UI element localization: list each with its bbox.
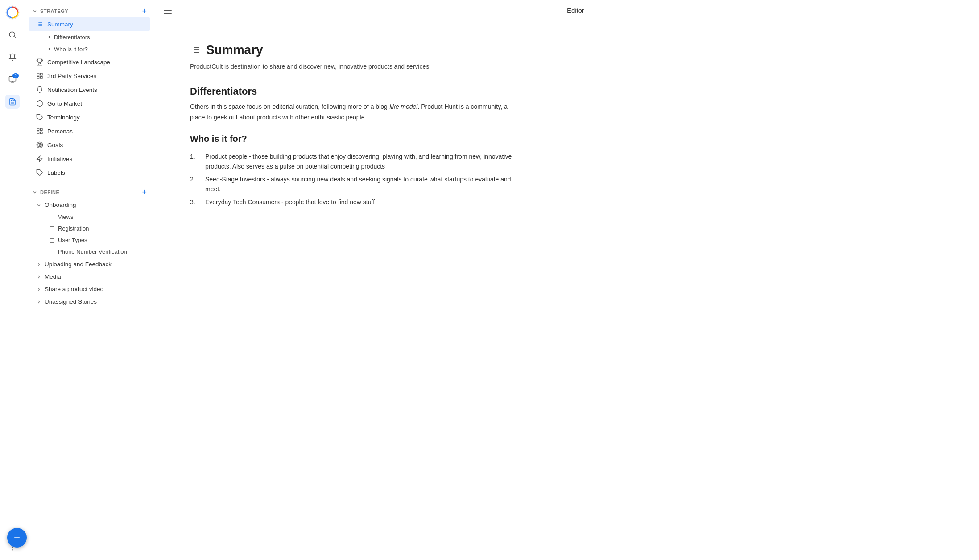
sidebar-sub-differentiators[interactable]: Differentiators <box>29 31 150 43</box>
group-onboarding: Onboarding Views Registration User Types… <box>25 199 154 257</box>
views-sq-icon <box>50 215 54 219</box>
3rd-party-label: 3rd Party Services <box>47 73 96 79</box>
onboarding-header[interactable]: Onboarding <box>29 199 150 211</box>
registration-sq-icon <box>50 226 54 231</box>
icon-bar: 2 <box>0 0 25 560</box>
svg-rect-25 <box>40 132 42 134</box>
media-label: Media <box>45 273 61 280</box>
sidebar-sub-who[interactable]: Who is it for? <box>29 43 150 55</box>
sidebar-child-views[interactable]: Views <box>29 211 150 222</box>
views-label: Views <box>58 214 73 220</box>
svg-point-27 <box>38 143 41 147</box>
group-unassigned-stories[interactable]: Unassigned Stories <box>29 296 150 308</box>
bell-icon <box>36 86 44 94</box>
notifications-icon-btn[interactable] <box>5 50 20 64</box>
differentiators-section: Differentiators Others in this space foc… <box>190 86 520 123</box>
svg-rect-22 <box>37 128 39 131</box>
strategy-section-header[interactable]: STRATEGY + <box>25 4 154 17</box>
go-to-market-label: Go to Market <box>47 100 82 107</box>
sidebar-item-3rd-party[interactable]: 3rd Party Services <box>29 69 150 82</box>
share-product-video-label: Share a product video <box>45 286 103 292</box>
onboarding-chevron-icon <box>36 202 42 208</box>
sidebar-item-competitive-landscape[interactable]: Competitive Landscape <box>29 55 150 69</box>
who-text-1: Product people - those building products… <box>205 152 520 172</box>
group-media[interactable]: Media <box>29 271 150 283</box>
who-item-1: Product people - those building products… <box>190 150 520 173</box>
define-add-btn[interactable]: + <box>142 188 147 196</box>
sidebar-item-goals[interactable]: Goals <box>29 138 150 152</box>
search-icon-btn[interactable] <box>5 28 20 42</box>
user-types-sq-icon <box>50 238 54 243</box>
top-bar: Editor <box>154 0 979 21</box>
editor-title: Editor <box>179 7 972 14</box>
who-item-2: Seed-Stage Investors - always sourcing n… <box>190 173 520 196</box>
uploading-feedback-label: Uploading and Feedback <box>45 261 112 268</box>
uploading-chevron-icon <box>36 261 42 268</box>
sidebar-item-labels[interactable]: Labels <box>29 166 150 179</box>
summary-label: Summary <box>47 21 73 28</box>
svg-marker-29 <box>37 156 42 161</box>
list-icon <box>36 20 44 28</box>
who-label: Who is it for? <box>54 46 88 53</box>
box-icon <box>36 99 44 107</box>
sidebar-child-phone-verification[interactable]: Phone Number Verification <box>29 246 150 257</box>
differentiators-body: Others in this space focus on editorial … <box>190 102 520 123</box>
fab-add-btn[interactable]: + <box>7 528 27 548</box>
svg-rect-18 <box>40 73 42 75</box>
sidebar-child-user-types[interactable]: User Types <box>29 235 150 246</box>
sidebar-child-registration[interactable]: Registration <box>29 223 150 234</box>
trophy-icon <box>36 58 44 66</box>
personas-label: Personas <box>47 128 73 135</box>
labels-label: Labels <box>47 169 65 176</box>
user-icon <box>36 127 44 135</box>
teams-icon-btn[interactable]: 2 <box>5 72 20 86</box>
sidebar-item-terminology[interactable]: Terminology <box>29 111 150 124</box>
media-chevron-icon <box>36 274 42 280</box>
define-section-header[interactable]: DEFINE + <box>25 185 154 198</box>
svg-point-10 <box>12 549 12 550</box>
document-icon-btn[interactable] <box>5 95 20 109</box>
who-text-3: Everyday Tech Consumers - people that lo… <box>205 197 375 207</box>
onboarding-label: Onboarding <box>45 202 76 208</box>
summary-heading-icon <box>190 45 201 55</box>
who-text-2: Seed-Stage Investors - always sourcing n… <box>205 174 520 194</box>
zap-icon <box>36 155 44 163</box>
grid-icon <box>36 72 44 80</box>
svg-point-9 <box>12 547 12 548</box>
competitive-landscape-label: Competitive Landscape <box>47 59 110 66</box>
svg-point-1 <box>9 32 15 37</box>
differentiators-heading: Differentiators <box>190 86 520 97</box>
sidebar-item-go-to-market[interactable]: Go to Market <box>29 97 150 110</box>
strategy-label: STRATEGY <box>40 8 68 14</box>
summary-subtitle: ProductCult is destination to share and … <box>190 62 520 71</box>
svg-rect-17 <box>37 73 39 75</box>
target-icon <box>36 141 44 149</box>
main-area: Editor Summary ProductCult is destinatio… <box>154 0 979 560</box>
tag-icon <box>36 113 44 121</box>
svg-point-28 <box>39 144 41 146</box>
sidebar-item-initiatives[interactable]: Initiatives <box>29 152 150 165</box>
differentiators-label: Differentiators <box>54 34 90 41</box>
group-share-product-video[interactable]: Share a product video <box>29 283 150 295</box>
who-list: Product people - those building products… <box>190 150 520 208</box>
terminology-label: Terminology <box>47 114 80 121</box>
unassigned-stories-label: Unassigned Stories <box>45 298 97 305</box>
sidebar-item-notification-events[interactable]: Notification Events <box>29 83 150 96</box>
summary-heading: Summary <box>190 43 520 57</box>
who-item-3: Everyday Tech Consumers - people that lo… <box>190 196 520 208</box>
svg-line-2 <box>14 36 15 37</box>
who-section: Who is it for? Product people - those bu… <box>190 134 520 208</box>
svg-rect-20 <box>37 76 39 78</box>
sidebar-item-personas[interactable]: Personas <box>29 124 150 138</box>
strategy-add-btn[interactable]: + <box>142 7 147 15</box>
sidebar-item-summary[interactable]: Summary <box>29 17 150 31</box>
who-title: Who is it for? <box>190 134 520 144</box>
share-video-chevron-icon <box>36 286 42 292</box>
svg-rect-23 <box>40 128 42 131</box>
diff-body-before: Others in this space focus on editorial … <box>190 103 389 110</box>
notification-events-label: Notification Events <box>47 86 97 93</box>
group-uploading-feedback[interactable]: Uploading and Feedback <box>29 258 150 270</box>
differentiators-title: Differentiators <box>190 86 257 97</box>
badge-count: 2 <box>12 73 19 78</box>
hamburger-btn[interactable] <box>161 4 174 17</box>
